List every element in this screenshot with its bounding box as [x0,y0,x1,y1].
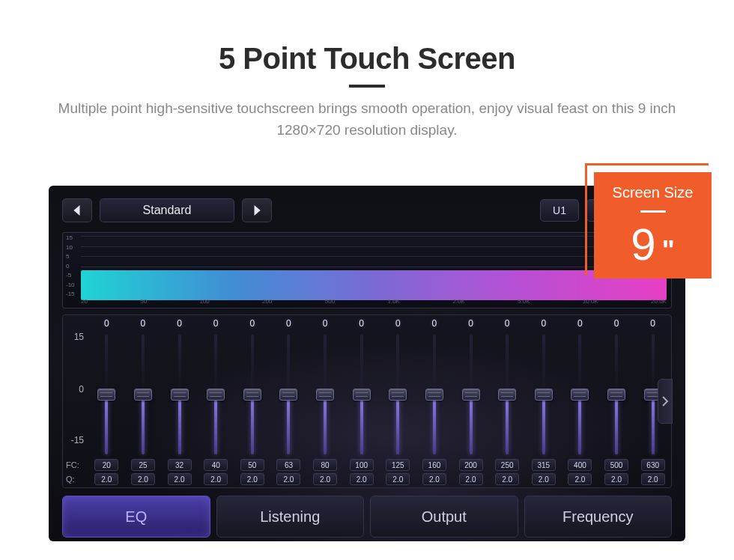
eq-band: 03152.0 [526,318,562,487]
eq-band: 02002.0 [452,318,489,487]
tab-eq[interactable]: EQ [62,496,210,538]
band-q[interactable]: 2.0 [240,473,264,485]
slider-thumb[interactable] [607,389,625,401]
band-q[interactable]: 2.0 [386,473,410,485]
band-slider[interactable] [615,335,618,454]
band-q[interactable]: 2.0 [204,473,228,485]
band-value: 0 [104,318,109,332]
band-q[interactable]: 2.0 [350,473,374,485]
tab-output[interactable]: Output [370,496,518,538]
eq-band: 02502.0 [489,318,526,487]
slider-thumb[interactable] [425,389,443,401]
band-slider[interactable] [214,335,217,454]
graph-x-axis: 20 50 100 200 500 1.0K 2.0K 5.0K 10.0K 2… [81,298,667,307]
band-fc[interactable]: 50 [240,459,264,471]
eq-sliders-panel: 15 0 -15 FC: Q: 0202.00252.00322.00402.0… [62,314,672,488]
band-fc[interactable]: 80 [313,459,337,471]
band-fc[interactable]: 250 [495,459,519,471]
band-fc[interactable]: 100 [350,459,374,471]
slider-thumb[interactable] [389,389,407,401]
band-q[interactable]: 2.0 [604,473,628,485]
band-slider[interactable] [360,335,363,454]
user-preset-u1[interactable]: U1 [540,199,579,222]
band-fc[interactable]: 160 [422,459,446,471]
band-fc[interactable]: 125 [386,459,410,471]
page-header: 5 Point Touch Screen Multiple point high… [0,0,734,141]
fc-label: FC: [66,460,79,469]
band-slider[interactable] [324,335,327,454]
band-fc[interactable]: 32 [168,459,192,471]
eq-band: 0402.0 [198,318,234,487]
band-fc[interactable]: 20 [94,459,118,471]
band-q[interactable]: 2.0 [495,473,519,485]
band-fc[interactable]: 500 [604,459,628,471]
band-q[interactable]: 2.0 [532,473,556,485]
band-q[interactable]: 2.0 [422,473,446,485]
band-value: 0 [323,318,328,332]
band-slider[interactable] [506,335,509,454]
eq-band: 05002.0 [598,318,635,487]
preset-name[interactable]: Standard [100,198,234,222]
slider-thumb[interactable] [134,389,152,401]
slider-thumb[interactable] [279,389,297,401]
band-fc[interactable]: 63 [276,459,300,471]
expand-handle[interactable] [658,379,673,424]
band-fc[interactable]: 200 [459,459,483,471]
band-q[interactable]: 2.0 [276,473,300,485]
slider-thumb[interactable] [97,389,115,401]
tab-listening[interactable]: Listening [216,496,365,538]
band-slider[interactable] [652,335,655,454]
badge-value: 9 [631,219,655,270]
band-slider[interactable] [542,335,545,454]
slider-thumb[interactable] [243,389,261,401]
band-slider[interactable] [287,335,290,454]
band-slider[interactable] [433,335,436,454]
band-value: 0 [614,318,619,332]
band-slider[interactable] [251,335,254,454]
eq-band: 01002.0 [343,318,380,487]
slider-thumb[interactable] [498,389,516,401]
band-slider[interactable] [578,335,581,454]
slider-thumb[interactable] [316,389,334,401]
band-slider[interactable] [105,335,108,454]
band-q[interactable]: 2.0 [641,473,665,485]
band-value: 0 [432,318,437,332]
chevron-left-icon [73,205,82,216]
graph-curve [81,270,667,300]
badge-unit: " [662,235,675,267]
q-label: Q: [66,475,75,484]
band-q[interactable]: 2.0 [131,473,155,485]
band-value: 0 [359,318,364,332]
slider-thumb[interactable] [207,389,225,401]
preset-prev-button[interactable] [62,198,92,222]
band-value: 0 [577,318,583,332]
band-slider[interactable] [178,335,181,454]
band-value: 0 [505,318,510,332]
page-subtitle: Multiple point high-sensitive touchscree… [52,98,682,141]
band-value: 0 [141,318,146,332]
band-fc[interactable]: 630 [641,459,665,471]
response-graph: 15 10 5 0 -5 -10 -15 20 50 100 [62,232,672,308]
band-q[interactable]: 2.0 [459,473,483,485]
slider-thumb[interactable] [171,389,189,401]
band-q[interactable]: 2.0 [94,473,118,485]
slider-thumb[interactable] [353,389,371,401]
band-fc[interactable]: 400 [568,459,592,471]
tab-frequency[interactable]: Frequency [524,496,673,538]
band-slider[interactable] [396,335,399,454]
preset-next-button[interactable] [242,198,272,222]
slider-thumb[interactable] [462,389,480,401]
slider-thumb[interactable] [571,389,589,401]
band-slider[interactable] [470,335,473,454]
band-value: 0 [650,318,655,332]
band-fc[interactable]: 40 [204,459,228,471]
band-q[interactable]: 2.0 [168,473,192,485]
eq-band: 0202.0 [88,318,125,487]
slider-thumb[interactable] [535,389,553,401]
band-q[interactable]: 2.0 [568,473,592,485]
band-fc[interactable]: 315 [532,459,556,471]
band-slider[interactable] [142,335,145,454]
mode-tabs: EQListeningOutputFrequency [62,496,672,538]
band-fc[interactable]: 25 [131,459,155,471]
band-q[interactable]: 2.0 [313,473,337,485]
